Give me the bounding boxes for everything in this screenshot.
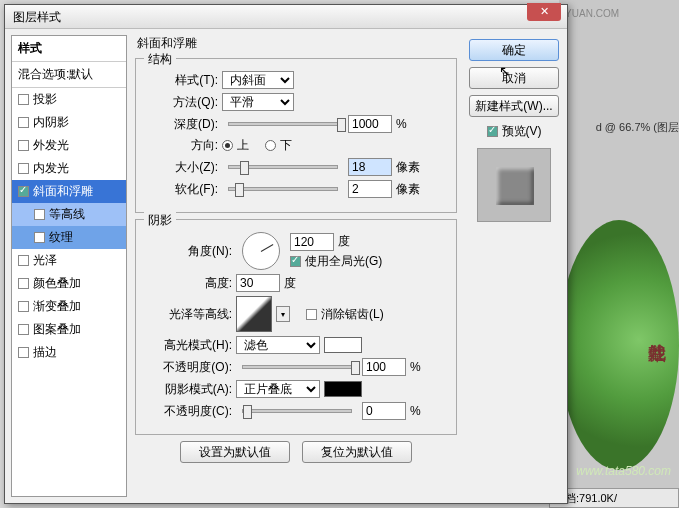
sidebar-item-label: 纹理: [49, 229, 73, 246]
cancel-button[interactable]: 取消: [469, 67, 559, 89]
depth-slider[interactable]: [228, 122, 338, 126]
highlight-opacity-label: 不透明度(O):: [146, 359, 232, 376]
sidebar-item-label: 内阴影: [33, 114, 69, 131]
shading-group: 阴影 角度(N): 度 使用全局光(G): [135, 219, 457, 435]
soften-unit: 像素: [396, 181, 420, 198]
canvas-url: www.tata580.com: [576, 464, 671, 478]
reset-default-button[interactable]: 复位为默认值: [302, 441, 412, 463]
style-select[interactable]: 内斜面: [222, 71, 294, 89]
size-label: 大小(Z):: [146, 159, 218, 176]
gloss-contour-picker[interactable]: [236, 296, 272, 332]
make-default-button[interactable]: 设置为默认值: [180, 441, 290, 463]
direction-down-radio[interactable]: [265, 140, 276, 151]
highlight-opacity-unit: %: [410, 360, 421, 374]
sidebar-item[interactable]: 描边: [12, 341, 126, 364]
sidebar-item-label: 斜面和浮雕: [33, 183, 93, 200]
altitude-label: 高度:: [146, 275, 232, 292]
sidebar-blend-options[interactable]: 混合选项:默认: [12, 62, 126, 88]
shadow-mode-select[interactable]: 正片叠底: [236, 380, 320, 398]
shadow-color-swatch[interactable]: [324, 381, 362, 397]
sidebar-item[interactable]: 斜面和浮雕: [12, 180, 126, 203]
altitude-unit: 度: [284, 275, 296, 292]
sidebar-checkbox[interactable]: [18, 94, 29, 105]
direction-down-label: 下: [280, 137, 292, 154]
sidebar-item[interactable]: 渐变叠加: [12, 295, 126, 318]
panel-title: 斜面和浮雕: [137, 35, 457, 52]
depth-unit: %: [396, 117, 407, 131]
style-label: 样式(T):: [146, 72, 218, 89]
new-style-button[interactable]: 新建样式(W)...: [469, 95, 559, 117]
highlight-mode-label: 高光模式(H):: [146, 337, 232, 354]
dialog-title: 图层样式: [13, 10, 61, 24]
soften-input[interactable]: [348, 180, 392, 198]
highlight-opacity-slider[interactable]: [242, 365, 352, 369]
sidebar-item[interactable]: 图案叠加: [12, 318, 126, 341]
layer-style-dialog: 图层样式 ✕ 样式 混合选项:默认 投影内阴影外发光内发光斜面和浮雕等高线纹理光…: [4, 4, 568, 504]
status-bar: 文档:791.0K/: [549, 488, 679, 508]
close-button[interactable]: ✕: [527, 3, 561, 21]
sidebar-header[interactable]: 样式: [12, 36, 126, 62]
structure-title: 结构: [144, 51, 176, 68]
depth-input[interactable]: [348, 115, 392, 133]
size-slider[interactable]: [228, 165, 338, 169]
soften-slider[interactable]: [228, 187, 338, 191]
sidebar-checkbox[interactable]: [18, 255, 29, 266]
sidebar-checkbox[interactable]: [18, 324, 29, 335]
angle-unit: 度: [338, 233, 350, 250]
highlight-color-swatch[interactable]: [324, 337, 362, 353]
highlight-opacity-input[interactable]: [362, 358, 406, 376]
ok-button[interactable]: 确定: [469, 39, 559, 61]
sidebar-item[interactable]: 颜色叠加: [12, 272, 126, 295]
gloss-dropdown-icon[interactable]: ▾: [276, 306, 290, 322]
sidebar-item-label: 颜色叠加: [33, 275, 81, 292]
preview-label: 预览(V): [502, 123, 542, 140]
depth-label: 深度(D):: [146, 116, 218, 133]
sidebar-checkbox[interactable]: [18, 140, 29, 151]
angle-input[interactable]: [290, 233, 334, 251]
global-light-checkbox[interactable]: [290, 256, 301, 267]
sidebar-item-label: 图案叠加: [33, 321, 81, 338]
shading-title: 阴影: [144, 212, 176, 229]
style-sidebar: 样式 混合选项:默认 投影内阴影外发光内发光斜面和浮雕等高线纹理光泽颜色叠加渐变…: [11, 35, 127, 497]
direction-up-radio[interactable]: [222, 140, 233, 151]
sidebar-item-label: 投影: [33, 91, 57, 108]
structure-group: 结构 样式(T): 内斜面 方法(Q): 平滑 深度(D): % 方向:: [135, 58, 457, 213]
sidebar-item-label: 外发光: [33, 137, 69, 154]
sidebar-checkbox[interactable]: [18, 301, 29, 312]
angle-dial[interactable]: [242, 232, 280, 270]
sidebar-checkbox[interactable]: [18, 278, 29, 289]
dialog-titlebar[interactable]: 图层样式 ✕: [5, 5, 567, 29]
style-preview: [477, 148, 551, 222]
sidebar-checkbox[interactable]: [18, 347, 29, 358]
shadow-opacity-input[interactable]: [362, 402, 406, 420]
shadow-opacity-label: 不透明度(C):: [146, 403, 232, 420]
angle-label: 角度(N):: [146, 243, 232, 260]
sidebar-checkbox[interactable]: [18, 117, 29, 128]
sidebar-checkbox[interactable]: [18, 163, 29, 174]
sidebar-item[interactable]: 光泽: [12, 249, 126, 272]
sidebar-checkbox[interactable]: [18, 186, 29, 197]
sidebar-item[interactable]: 内发光: [12, 157, 126, 180]
altitude-input[interactable]: [236, 274, 280, 292]
sidebar-item-label: 渐变叠加: [33, 298, 81, 315]
sidebar-checkbox[interactable]: [34, 232, 45, 243]
sidebar-item[interactable]: 投影: [12, 88, 126, 111]
shadow-opacity-slider[interactable]: [242, 409, 352, 413]
method-select[interactable]: 平滑: [222, 93, 294, 111]
sidebar-checkbox[interactable]: [34, 209, 45, 220]
antialias-label: 消除锯齿(L): [321, 306, 384, 323]
sidebar-item[interactable]: 内阴影: [12, 111, 126, 134]
antialias-checkbox[interactable]: [306, 309, 317, 320]
global-light-label: 使用全局光(G): [305, 253, 382, 270]
canvas-preview: [559, 220, 679, 470]
highlight-mode-select[interactable]: 滤色: [236, 336, 320, 354]
method-label: 方法(Q):: [146, 94, 218, 111]
shadow-mode-label: 阴影模式(A):: [146, 381, 232, 398]
sidebar-item-label: 内发光: [33, 160, 69, 177]
shadow-opacity-unit: %: [410, 404, 421, 418]
sidebar-item[interactable]: 外发光: [12, 134, 126, 157]
size-input[interactable]: [348, 158, 392, 176]
sidebar-item[interactable]: 纹理: [12, 226, 126, 249]
preview-checkbox[interactable]: [487, 126, 498, 137]
sidebar-item[interactable]: 等高线: [12, 203, 126, 226]
